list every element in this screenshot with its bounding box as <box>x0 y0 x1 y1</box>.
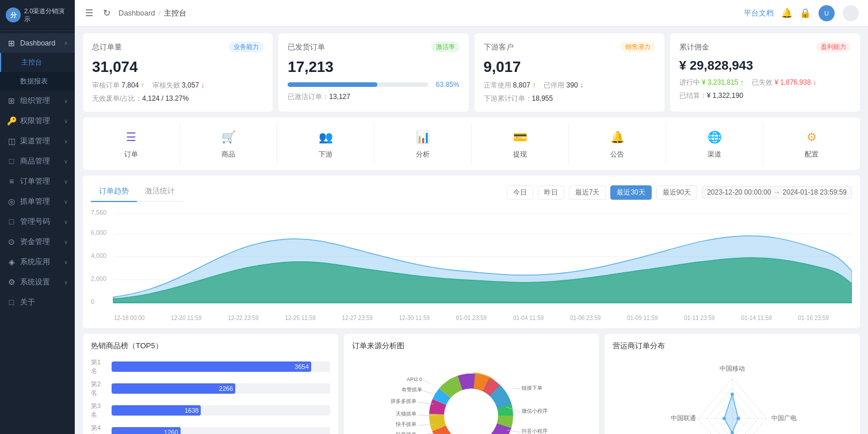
fund-icon: ⊙ <box>7 237 16 246</box>
sidebar-label-about: 关于 <box>20 298 35 307</box>
sidebar-item-dashboard[interactable]: ⊞ Dashboard ∧ <box>0 33 75 53</box>
bar-val-1: 3654 <box>295 363 308 370</box>
donut-label-youzan: 有赞抓单 <box>402 387 422 393</box>
sidebar-item-mgmtnum[interactable]: □ 管理号码 ∨ <box>0 212 75 232</box>
qa-icon-config: ⚙ <box>802 128 821 146</box>
stat-badge-total: 业务能力 <box>229 41 263 52</box>
stat-card-shipped: 已发货订单 激活率 17,213 63.85% 已激活订单：13,127 <box>278 33 468 112</box>
sidebar-item-fund[interactable]: ⊙ 资金管理 ∨ <box>0 232 75 252</box>
svg-text:6,000: 6,000 <box>91 229 106 236</box>
bar-row-2: 第2名 2266 <box>91 380 330 397</box>
sidebar-item-perm[interactable]: 🔑 权限管理 ∨ <box>0 111 75 131</box>
stat-badge-shipped: 激活率 <box>431 41 460 52</box>
bar-row-4: 第4名 1260 <box>91 424 330 434</box>
progress-row: 63.85% <box>288 81 459 89</box>
filter-30days[interactable]: 最近30天 <box>610 185 651 200</box>
sidebar-item-grab[interactable]: ◎ 抓单管理 ∨ <box>0 192 75 212</box>
qa-item-analysis[interactable]: 📊 分析 <box>374 123 472 164</box>
sidebar-item-sysapp[interactable]: ◈ 系统应用 ∨ <box>0 252 75 272</box>
radar-label-guangdian: 中国广电 <box>771 414 797 421</box>
sidebar-item-org[interactable]: ⊞ 组织管理 ∨ <box>0 91 75 111</box>
qa-label-goods: 商品 <box>221 150 235 159</box>
sidebar-label-channel: 渠道管理 <box>20 136 50 146</box>
stat-card-commission: 累计佣金 盈利能力 ¥ 29,828,943 进行中 ¥ 3,231,815 ↑… <box>670 33 860 112</box>
radar-label-mobile: 中国移动 <box>720 365 745 372</box>
goods-icon: □ <box>7 157 16 166</box>
qa-icon-notice: 🔔 <box>608 128 626 146</box>
filter-today[interactable]: 今日 <box>507 185 533 200</box>
radar-container: 中国移动 中国联通 中国电信 中国广电 <box>613 358 852 434</box>
sidebar-item-sysset[interactable]: ⚙ 系统设置 ∨ <box>0 272 75 292</box>
sysapp-icon: ◈ <box>7 257 16 267</box>
refresh-icon[interactable]: ↻ <box>101 8 112 18</box>
bar-val-2: 2266 <box>219 385 233 392</box>
sidebar-item-goods[interactable]: □ 商品管理 ∨ <box>0 151 75 172</box>
filter-7days[interactable]: 最近7天 <box>569 185 606 200</box>
qa-item-downstream[interactable]: 👥 下游 <box>277 123 374 164</box>
qa-item-goods[interactable]: 🛒 商品 <box>180 123 277 164</box>
org-icon: ⊞ <box>7 96 16 105</box>
breadcrumb: Dashboard / 主控台 <box>118 8 186 18</box>
qa-label-order: 订单 <box>124 150 138 159</box>
qa-item-channel[interactable]: 🌐 渠道 <box>666 123 763 164</box>
qa-label-analysis: 分析 <box>416 150 430 159</box>
stat-sub-commission-1: 进行中 ¥ 3,231,815 ↑ <box>679 78 744 87</box>
sidebar-arrow-order: ∨ <box>64 178 68 185</box>
sidebar-sub-item-main[interactable]: 主控台 <box>0 53 75 72</box>
donut-svg: API2.0 有赞抓单 拼多多抓单 天猫抓单 快手抓单 抖音抓单 批量导入 <box>373 358 569 434</box>
sidebar-arrow-sysset: ∨ <box>64 279 68 285</box>
sidebar-sub-dashboard: 主控台 数据报表 <box>0 53 75 91</box>
donut-center <box>452 396 491 434</box>
filter-yesterday[interactable]: 昨日 <box>538 185 564 200</box>
avatar-secondary[interactable] <box>843 5 859 21</box>
stat-title-total: 总订单量 <box>92 42 122 52</box>
bar-rank-4: 第4名 <box>91 424 107 434</box>
chart-svg: 7,560 6,000 4,000 2,000 0 <box>91 208 852 317</box>
qa-item-withdraw[interactable]: 💳 提现 <box>472 123 569 164</box>
grab-icon: ◎ <box>7 197 16 206</box>
bar-fill-1: 3654 <box>112 361 311 372</box>
sidebar-item-about[interactable]: □ 关于 <box>0 292 75 313</box>
sidebar-label-grab: 抓单管理 <box>20 197 50 207</box>
sidebar-arrow-mgmtnum: ∨ <box>64 219 68 225</box>
lock-icon[interactable]: 🔒 <box>800 8 810 18</box>
qa-label-config: 配置 <box>805 150 819 159</box>
chart-filters: 今日 昨日 最近7天 最近30天 最近90天 2023-12-20 00:00:… <box>507 185 852 200</box>
radar-point-mobile <box>731 393 734 396</box>
menu-icon[interactable]: ☰ <box>84 8 94 18</box>
qa-item-notice[interactable]: 🔔 公告 <box>569 123 666 164</box>
chart-section: 订单趋势 激活统计 今日 昨日 最近7天 最近30天 最近90天 2023-12… <box>83 176 860 328</box>
date-range[interactable]: 2023-12-20 00:00:00 → 2024-01-18 23:59:5… <box>702 186 852 199</box>
bar-val-3: 1638 <box>185 407 198 414</box>
stat-header-total: 总订单量 业务能力 <box>92 41 263 52</box>
donut-group <box>437 381 506 434</box>
sidebar-label-mgmtnum: 管理号码 <box>20 217 50 227</box>
qa-item-config[interactable]: ⚙ 配置 <box>763 123 860 164</box>
sidebar-arrow-org: ∨ <box>64 98 68 104</box>
stat-value-shipped: 17,213 <box>288 58 459 76</box>
bar-rank-1: 第1名 <box>91 358 107 375</box>
stat-card-total-orders: 总订单量 业务能力 31,074 审核订单 7,804 ↑ 审核失败 3,057… <box>83 33 273 112</box>
bar-rank-2: 第2名 <box>91 380 107 397</box>
filter-90days[interactable]: 最近90天 <box>656 185 697 200</box>
svg-text:2,000: 2,000 <box>91 275 106 282</box>
stat-sub-commission-3: 已结算：¥ 1,322,190 <box>679 91 851 101</box>
stat-card-downstream: 下游客户 销售潜力 9,017 正常使用 8,807 ↑ 已停用 390 ↓ 下… <box>475 33 664 112</box>
svg-text:0: 0 <box>91 298 94 305</box>
avatar-primary[interactable]: U <box>819 5 835 21</box>
docs-link[interactable]: 平台文档 <box>744 8 774 18</box>
qa-icon-order: ☰ <box>122 128 140 146</box>
chart-tabs: 订单趋势 激活统计 <box>91 182 183 202</box>
sidebar-item-order[interactable]: ≡ 订单管理 ∨ <box>0 172 75 192</box>
sidebar-item-channel[interactable]: ◫ 渠道管理 ∨ <box>0 131 75 151</box>
sidebar-sub-item-report[interactable]: 数据报表 <box>0 72 75 91</box>
chart-tab-order-trend[interactable]: 订单趋势 <box>91 182 137 202</box>
radar-label-unicom: 中国联通 <box>671 414 696 421</box>
content: 总订单量 业务能力 31,074 审核订单 7,804 ↑ 审核失败 3,057… <box>75 26 868 434</box>
qa-icon-downstream: 👥 <box>316 128 335 146</box>
qa-item-order[interactable]: ☰ 订单 <box>83 123 180 164</box>
chart-tab-activation[interactable]: 激活统计 <box>137 182 183 202</box>
bar-fill-4: 1260 <box>112 427 181 434</box>
bell-icon[interactable]: 🔔 <box>782 8 792 18</box>
stat-title-shipped: 已发货订单 <box>288 42 325 52</box>
